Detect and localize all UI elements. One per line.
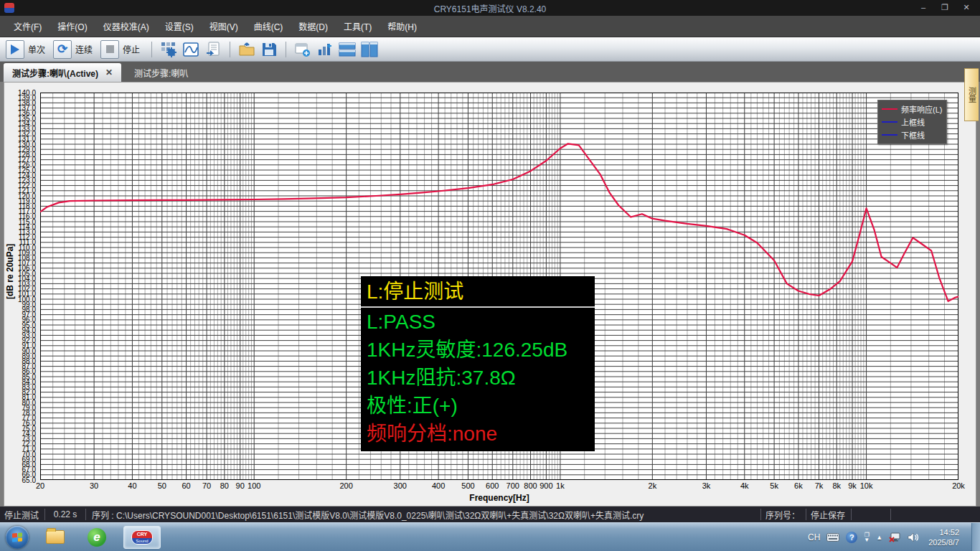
play-icon xyxy=(11,44,19,55)
keyboard-icon[interactable] xyxy=(826,533,839,542)
tab-test-step[interactable]: 测试步骤:喇叭 xyxy=(126,63,197,82)
settings-grid-icon xyxy=(161,42,176,57)
open-file-button[interactable] xyxy=(237,40,256,59)
x-tick-label: 600 xyxy=(486,481,499,490)
layout-vertical-button[interactable] xyxy=(360,40,379,59)
language-indicator[interactable]: CH xyxy=(808,532,820,542)
toolbar: 单次 ⟳ 连续 停止 xyxy=(0,37,980,62)
x-tick-label: 6k xyxy=(794,481,803,490)
app-window: { "window": { "title": "CRY6151电声测试仪 V8.… xyxy=(0,0,980,551)
test-result-line: L:停止测试 xyxy=(361,278,595,308)
legend-line-sample xyxy=(882,121,897,123)
x-tick-label: 200 xyxy=(339,481,352,490)
x-tick-label: 500 xyxy=(461,481,474,490)
run-once-button[interactable] xyxy=(6,40,24,59)
clock-time: 14:52 xyxy=(928,527,959,537)
add-chart-button[interactable] xyxy=(316,40,334,59)
status-sequence-path: 序列 : C:\Users\CRYSOUND001\Desktop\6151\6… xyxy=(86,509,760,521)
x-tick-label: 50 xyxy=(158,481,166,490)
menu-item[interactable]: 曲线(C) xyxy=(246,17,291,35)
x-tick-label: 60 xyxy=(182,481,190,490)
restore-button[interactable]: ❐ xyxy=(934,0,956,16)
language-bar-options-icon[interactable]: ❐▼ xyxy=(864,532,870,542)
legend-line-sample xyxy=(882,108,897,110)
status-separator xyxy=(890,509,891,520)
stop-button[interactable] xyxy=(100,40,119,59)
y-axis-labels: 140.0139.0138.0137.0136.0135.0134.0133.0… xyxy=(4,93,38,489)
help-tray-icon[interactable]: ? xyxy=(846,532,857,543)
x-tick-label: 700 xyxy=(507,481,519,490)
tab-label: 测试步骤:喇叭 xyxy=(134,67,188,79)
x-tick-label: 20k xyxy=(952,481,965,490)
tab-label: 测试步骤:喇叭(Active) xyxy=(12,67,98,79)
x-tick-label: 8k xyxy=(832,481,841,490)
menu-item[interactable]: 操作(O) xyxy=(50,17,95,35)
taskbar-browser-button[interactable]: e xyxy=(82,526,112,549)
x-tick-label: 30 xyxy=(90,481,98,490)
crysound-icon: CRYSound xyxy=(131,530,153,545)
tab-close-icon[interactable]: ✕ xyxy=(105,67,113,77)
start-button[interactable] xyxy=(6,526,29,549)
chart-panel: [dB re 20uPa] 140.0139.0138.0137.0136.01… xyxy=(4,82,976,507)
tab-test-step-active[interactable]: 测试步骤:喇叭(Active) ✕ xyxy=(4,63,121,82)
taskbar-explorer-button[interactable] xyxy=(40,526,70,549)
measure-flyout-tab[interactable]: 测量 xyxy=(964,68,979,121)
taskbar-clock[interactable]: 14:52 2025/8/7 xyxy=(928,527,959,547)
x-tick-label: 90 xyxy=(236,481,245,490)
menu-item[interactable]: 视图(V) xyxy=(202,17,246,35)
close-button[interactable]: ✕ xyxy=(956,0,977,16)
window-title: CRY6151电声测试仪 V8.2.40 xyxy=(0,2,980,14)
legend-line-sample xyxy=(882,134,897,136)
export-report-button[interactable] xyxy=(204,40,222,59)
layout-horizontal-button[interactable] xyxy=(338,40,357,59)
toolbar-separator xyxy=(151,42,152,57)
status-separator xyxy=(851,509,852,520)
test-settings-button[interactable] xyxy=(159,40,178,59)
menu-item[interactable]: 文件(F) xyxy=(6,17,50,35)
menu-item[interactable]: 数据(D) xyxy=(291,17,336,35)
menu-item[interactable]: 仪器校准(A) xyxy=(95,17,157,35)
menu-bar: 文件(F)操作(O)仪器校准(A)设置(S)视图(V)曲线(C)数据(D)工具(… xyxy=(0,16,980,37)
toolbar-separator xyxy=(286,42,286,57)
show-desktop-button[interactable] xyxy=(971,523,980,551)
clock-date: 2025/8/7 xyxy=(928,537,959,547)
test-result-overlay: L:停止测试L:PASS1KHz灵敏度:126.25dB1KHz阻抗:37.8Ω… xyxy=(361,276,595,451)
loop-icon: ⟳ xyxy=(57,43,67,55)
run-continuous-button[interactable]: ⟳ xyxy=(53,40,72,59)
add-window-button[interactable] xyxy=(293,40,312,59)
x-tick-label: 40 xyxy=(128,481,136,490)
save-button[interactable] xyxy=(260,40,278,59)
add-window-icon xyxy=(295,42,311,57)
menu-item[interactable]: 设置(S) xyxy=(157,17,202,35)
network-status-icon[interactable] xyxy=(889,532,901,542)
x-tick-label: 2k xyxy=(649,481,657,490)
x-tick-label: 9k xyxy=(848,481,857,490)
y-tick-label: 65.0 xyxy=(22,476,36,484)
test-result-line: 1KHz阻抗:37.8Ω xyxy=(367,364,589,392)
show-hidden-icons-button[interactable]: ▲ xyxy=(876,534,882,541)
status-state: 停止测试 xyxy=(0,509,44,521)
x-tick-label: 5k xyxy=(770,481,778,490)
tab-bar: 测试步骤:喇叭(Active) ✕ 测试步骤:喇叭 xyxy=(0,62,980,82)
chart-area: [dB re 20uPa] 140.0139.0138.0137.0136.01… xyxy=(0,82,980,507)
toolbar-separator xyxy=(230,42,230,57)
x-tick-label: 800 xyxy=(524,481,537,490)
curve-settings-button[interactable] xyxy=(182,40,200,59)
legend-entry: 频率响应(L) xyxy=(882,103,943,116)
add-chart-icon xyxy=(317,42,333,57)
legend-label: 频率响应(L) xyxy=(901,103,942,115)
menu-item[interactable]: 工具(T) xyxy=(336,17,380,35)
minimize-button[interactable]: – xyxy=(913,0,934,16)
title-bar: CRY6151电声测试仪 V8.2.40 – ❐ ✕ xyxy=(0,0,980,16)
taskbar-crysound-button[interactable]: CRYSound xyxy=(123,526,161,549)
measure-flyout-label: 测量 xyxy=(966,87,978,103)
test-result-line: 1KHz灵敏度:126.25dB xyxy=(367,336,589,364)
x-tick-label: 20 xyxy=(36,481,44,490)
stop-icon xyxy=(106,45,114,53)
x-tick-label: 4k xyxy=(740,481,749,490)
curve-graph-icon xyxy=(183,42,199,57)
volume-icon[interactable] xyxy=(908,532,919,542)
menu-item[interactable]: 帮助(H) xyxy=(380,17,425,35)
status-bar: 停止测试 0.22 s 序列 : C:\Users\CRYSOUND001\De… xyxy=(0,507,980,522)
windows-logo-icon xyxy=(12,532,22,542)
